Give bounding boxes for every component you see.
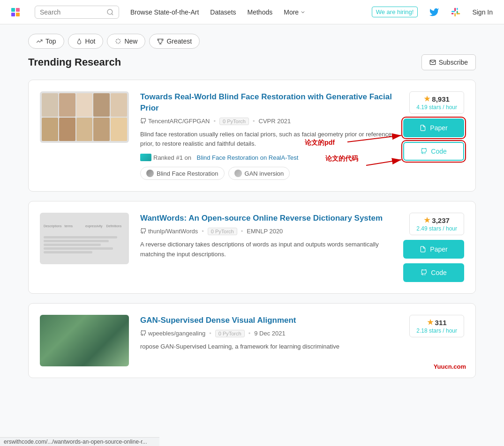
svg-rect-3 <box>457 7 458 10</box>
main-content: Trending Research Subscribe <box>0 54 504 406</box>
stars-box-2: ★ 3,237 2.49 stars / hour <box>409 213 464 235</box>
paper-body-3: GAN-Supervised Dense Visual Alignment wp… <box>140 315 392 366</box>
tag-gan-inversion[interactable]: GAN inversion <box>228 167 290 180</box>
pytorch-badge-3: 0 PyTorch <box>215 330 245 337</box>
filter-new[interactable]: New <box>107 34 145 49</box>
star-icon-2: ★ <box>424 216 430 224</box>
paper-actions-3: ★ 311 2.18 stars / hour <box>403 315 464 366</box>
nav-browse[interactable]: Browse State-of-the-Art <box>130 8 199 16</box>
trending-icon <box>36 38 43 45</box>
code-button-2[interactable]: Code <box>403 263 464 282</box>
search-icon <box>106 8 114 16</box>
svg-rect-6 <box>451 11 455 12</box>
repo-icon-2 <box>140 228 146 234</box>
paper-body-2: WantWords: An Open-source Online Reverse… <box>140 213 392 282</box>
filter-top[interactable]: Top <box>28 34 64 49</box>
paper-repo-1: TencentARC/GFPGAN <box>140 118 210 125</box>
paper-abstract-3: ropose GAN-Supervised Learning, a framew… <box>140 342 392 352</box>
paper-repo-3: wpeebles/gangealing <box>140 330 205 337</box>
twitter-icon[interactable] <box>429 7 439 17</box>
filter-hot[interactable]: Hot <box>68 34 104 49</box>
paper-title-2[interactable]: WantWords: An Open-source Online Reverse… <box>140 213 392 224</box>
trophy-icon <box>157 38 164 45</box>
search-input[interactable] <box>40 8 104 16</box>
star-icon-3: ★ <box>427 318 433 327</box>
pytorch-badge-1: 0 PyTorch <box>219 118 249 125</box>
filter-greatest[interactable]: Greatest <box>149 34 200 49</box>
annotation-code-text: 论文的代码 <box>325 155 358 163</box>
paper-thumbnail-2: Descriptions terms expressivity Definiti… <box>40 213 129 264</box>
paper-tags-1: Blind Face Restoration GAN inversion <box>140 167 392 180</box>
svg-point-0 <box>107 9 113 15</box>
paper-abstract-2: A reverse dictionary takes descriptions … <box>140 240 392 260</box>
paper-thumbnail-3 <box>40 315 129 366</box>
code-icon <box>421 148 427 155</box>
stars-rate-1: 4.19 stars / hour <box>416 104 457 111</box>
stars-box-1: ★ 8,931 4.19 stars / hour <box>409 91 464 114</box>
paper-button-1[interactable]: Paper <box>403 119 464 137</box>
section-header: Trending Research Subscribe <box>28 54 476 70</box>
paper-card-2: Descriptions terms expressivity Definiti… <box>28 201 476 294</box>
svg-line-1 <box>112 14 113 15</box>
svg-rect-5 <box>455 13 456 16</box>
sign-in-button[interactable]: Sign In <box>472 8 493 16</box>
navbar: Browse State-of-the-Art Datasets Methods… <box>0 0 504 24</box>
paper-meta-3: wpeebles/gangealing • 0 PyTorch • 9 Dec … <box>140 330 392 337</box>
code-icon-2 <box>421 269 427 276</box>
stars-box-3: ★ 311 2.18 stars / hour <box>409 315 464 337</box>
nav-methods[interactable]: Methods <box>248 8 273 16</box>
pytorch-badge-2: 0 PyTorch <box>208 228 237 235</box>
paper-actions-1: ★ 8,931 4.19 stars / hour Paper Code <box>403 91 464 180</box>
nav-datasets[interactable]: Datasets <box>210 8 236 16</box>
paper-icon <box>420 125 426 131</box>
hiring-badge[interactable]: We are hiring! <box>372 7 418 17</box>
annotation-pdf: 论文的pdf <box>305 139 335 147</box>
watermark: Yuucn.com <box>434 363 466 370</box>
ranked-link-1[interactable]: Blind Face Restoration on RealA-Test <box>197 154 299 161</box>
repo-icon-3 <box>140 330 146 336</box>
svg-rect-2 <box>455 7 456 11</box>
slack-icon[interactable] <box>451 7 461 17</box>
paper-repo-2: thunlp/WantWords <box>140 228 198 235</box>
chevron-down-icon <box>300 9 306 15</box>
hot-icon <box>76 38 83 45</box>
stars-rate-3: 2.18 stars / hour <box>416 327 457 334</box>
nav-more[interactable]: More <box>284 8 306 16</box>
paper-title-1[interactable]: Towards Real-World Blind Face Restoratio… <box>140 91 392 114</box>
subscribe-button[interactable]: Subscribe <box>421 54 476 70</box>
sparkle-icon <box>115 38 121 45</box>
paper-card-3: GAN-Supervised Dense Visual Alignment wp… <box>28 303 476 378</box>
stars-rate-2: 2.49 stars / hour <box>416 225 457 232</box>
paper-card-1: Towards Real-World Blind Face Restoratio… <box>28 80 476 192</box>
email-icon <box>429 59 436 66</box>
search-box[interactable] <box>35 6 119 19</box>
svg-rect-8 <box>457 13 460 14</box>
paper-meta-2: thunlp/WantWords • 0 PyTorch • EMNLP 202… <box>140 228 392 235</box>
paper-title-3[interactable]: GAN-Supervised Dense Visual Alignment <box>140 315 392 326</box>
paper-abstract-1: Blind face restoration usually relies on… <box>140 130 392 149</box>
paper-thumbnail-1 <box>40 91 129 143</box>
code-button-1[interactable]: Code <box>403 142 464 161</box>
paper-icon-2 <box>420 246 426 253</box>
section-title: Trending Research <box>28 56 121 68</box>
tag-blind-face[interactable]: Blind Face Restoration <box>140 167 225 180</box>
paper-meta-1: TencentARC/GFPGAN • 0 PyTorch • CVPR 202… <box>140 118 392 125</box>
filter-bar: Top Hot New Greatest <box>0 24 504 54</box>
repo-icon <box>140 118 146 124</box>
paper-actions-2: ★ 3,237 2.49 stars / hour Paper Code <box>403 213 464 282</box>
rank-badge-icon <box>140 154 151 161</box>
paper-button-2[interactable]: Paper <box>403 240 464 259</box>
paper-body-1: Towards Real-World Blind Face Restoratio… <box>140 91 392 180</box>
site-logo[interactable] <box>11 8 20 16</box>
star-icon-1: ★ <box>424 95 430 103</box>
svg-rect-7 <box>451 13 454 14</box>
